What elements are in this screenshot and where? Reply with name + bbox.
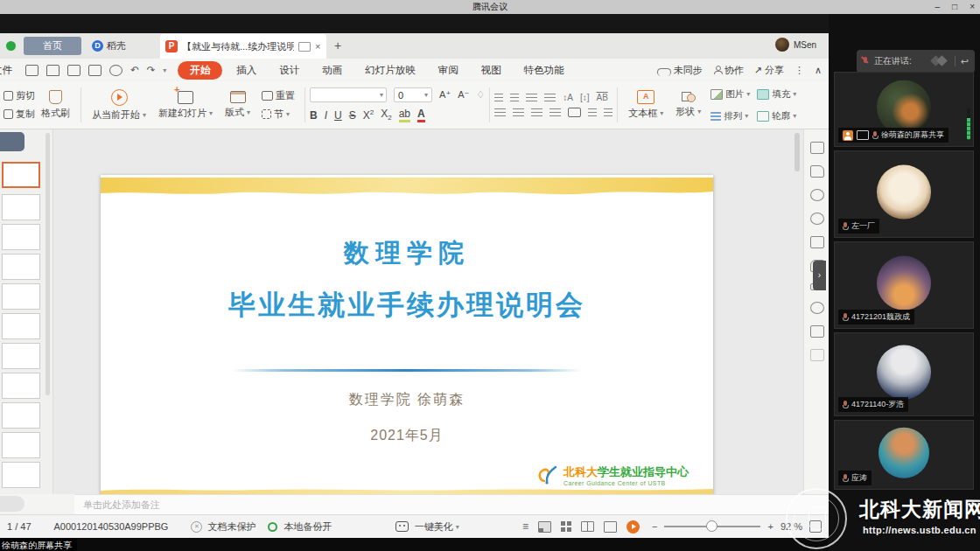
slide-thumbnail[interactable] — [2, 162, 40, 188]
tab-slideshow[interactable]: 幻灯片放映 — [356, 61, 424, 80]
present-view-icon[interactable] — [604, 521, 617, 533]
fill-button[interactable]: 填充▾ — [757, 84, 796, 104]
file-menu[interactable]: 文件 — [0, 64, 20, 77]
preview-icon[interactable] — [109, 65, 122, 76]
collapse-panel-icon[interactable]: ↩ — [961, 56, 969, 67]
zoom-slider[interactable] — [664, 526, 760, 527]
picture-button[interactable]: 图片▾ — [710, 84, 750, 104]
clear-format-icon[interactable]: ♢ — [476, 89, 485, 101]
slide-thumbnail[interactable] — [2, 283, 40, 310]
panel-expander[interactable]: › — [813, 261, 826, 290]
box-pane-icon[interactable] — [810, 349, 824, 361]
slide-thumbnail[interactable] — [2, 224, 40, 250]
italic-button[interactable]: I — [325, 109, 327, 122]
video-tile[interactable]: 徐萌森的屏幕共享 — [834, 72, 974, 147]
account-chip[interactable]: MSen — [775, 38, 816, 52]
strikethrough-button[interactable]: S — [349, 109, 356, 122]
minimize-icon[interactable]: – — [935, 0, 941, 13]
list-level-icon[interactable] — [604, 108, 612, 116]
textbox-button[interactable]: A 文本框▾ — [622, 84, 669, 126]
slide-sorter-icon[interactable] — [561, 521, 571, 532]
maximize-icon[interactable]: □ — [952, 0, 957, 13]
protect-status[interactable]: ✕文档未保护 — [191, 520, 256, 534]
sync-status[interactable]: 未同步 — [657, 64, 703, 77]
char-spacing-icon[interactable]: AB — [596, 93, 607, 102]
tab-insert[interactable]: 插入 — [228, 61, 265, 80]
history-pane-icon[interactable] — [810, 302, 824, 314]
reset-button[interactable]: 重置 — [262, 89, 295, 102]
print-icon[interactable] — [88, 65, 102, 76]
slide-thumbnail-panel[interactable] — [0, 129, 53, 494]
video-tile[interactable]: 41721140-罗浩 — [834, 332, 974, 416]
slide-canvas[interactable]: 数理学院 毕业生就业手续办理说明会 数理学院 徐萌森 2021年5月 北科大学生… — [101, 175, 713, 520]
decrease-font-button[interactable]: A⁻ — [458, 89, 469, 101]
decrease-indent-icon[interactable] — [526, 94, 537, 101]
zoom-in-button[interactable]: + — [767, 521, 773, 532]
new-tab-button[interactable]: + — [334, 38, 341, 52]
align-right-icon[interactable] — [531, 108, 542, 116]
line-spacing-icon[interactable]: ↕A — [563, 93, 573, 102]
play-from-current-button[interactable]: 从当前开始▾ — [86, 84, 152, 126]
settings-pane-icon[interactable] — [810, 213, 824, 225]
document-tab[interactable]: P 【就业与待就...续办理说明会 × — [160, 34, 326, 59]
video-tile[interactable]: 应涛 — [834, 420, 974, 490]
slideshow-play-icon[interactable] — [626, 520, 640, 534]
notes-bar[interactable]: 单击此处添加备注 — [74, 494, 829, 514]
arrange-button[interactable]: 排列▾ — [710, 106, 750, 126]
close-icon[interactable]: × — [970, 0, 975, 13]
open-icon[interactable] — [25, 65, 38, 76]
selection-pane-icon[interactable] — [810, 142, 824, 154]
shape-pane-icon[interactable] — [810, 165, 824, 178]
increase-font-button[interactable]: A⁺ — [439, 89, 451, 101]
layout-button[interactable]: 版式▾ — [219, 84, 256, 126]
tab-review[interactable]: 审阅 — [430, 61, 467, 80]
tab-close-icon[interactable]: × — [315, 41, 320, 52]
redo-icon[interactable]: ↷ — [147, 64, 156, 76]
qat-dropdown-icon[interactable]: ▾ — [163, 66, 166, 74]
highlight-button[interactable]: ab — [399, 108, 410, 122]
slide-thumbnail[interactable] — [2, 194, 40, 220]
numbered-list-icon[interactable] — [510, 94, 519, 101]
collapse-ribbon-icon[interactable]: ∧ — [815, 65, 822, 76]
docer-tab[interactable]: D 稻壳 — [92, 37, 126, 55]
mic-muted-icon[interactable] — [863, 57, 869, 66]
notes-view-icon[interactable]: ≡ — [522, 520, 528, 533]
tab-design[interactable]: 设计 — [270, 61, 308, 80]
collaborate-button[interactable]: 协作 — [713, 64, 744, 77]
zoom-out-button[interactable]: − — [652, 521, 657, 532]
tab-special-features[interactable]: 特色功能 — [515, 61, 573, 80]
save-icon[interactable] — [46, 65, 60, 76]
superscript-button[interactable]: X2 — [363, 108, 374, 122]
slide-thumbnail[interactable] — [2, 373, 40, 399]
align-left-icon[interactable] — [494, 108, 506, 116]
reading-view-icon[interactable] — [581, 521, 594, 532]
subscript-button[interactable]: X2 — [381, 108, 391, 122]
beautify-button[interactable]: 一键美化▾ — [396, 520, 459, 534]
format-painter-button[interactable]: 格式刷 — [35, 90, 76, 120]
font-family-select[interactable]: ▾ — [310, 87, 387, 102]
home-tab[interactable]: 首页 — [24, 37, 81, 55]
slide-thumbnail[interactable] — [2, 313, 40, 339]
normal-view-icon[interactable] — [538, 521, 551, 533]
columns-icon[interactable] — [568, 108, 581, 117]
tab-view[interactable]: 视图 — [472, 61, 510, 80]
slide-scrollbar[interactable] — [794, 133, 800, 171]
video-tile[interactable]: 左一厂 — [834, 150, 974, 238]
thumbnail-scrollbar[interactable] — [46, 133, 50, 395]
outline-toggle-button[interactable] — [0, 132, 24, 151]
align-center-icon[interactable] — [513, 108, 524, 116]
video-tile[interactable]: 41721201魏政成 — [834, 241, 974, 329]
increase-indent-icon[interactable] — [544, 94, 556, 101]
more-icon[interactable]: ⋮ — [794, 65, 804, 76]
image-pane-icon[interactable] — [810, 325, 824, 338]
justify-icon[interactable] — [550, 108, 561, 116]
slide-thumbnail[interactable] — [2, 254, 40, 280]
tab-home[interactable]: 开始 — [178, 61, 222, 80]
slide-thumbnail[interactable] — [2, 462, 40, 488]
backup-status[interactable]: 本地备份开 — [268, 520, 332, 534]
bold-button[interactable]: B — [310, 109, 318, 122]
undo-icon[interactable]: ↶ — [130, 64, 139, 76]
copy-button[interactable]: 复制 — [4, 108, 35, 121]
badge-pane-icon[interactable] — [810, 189, 824, 201]
font-color-button[interactable]: A — [417, 108, 425, 122]
